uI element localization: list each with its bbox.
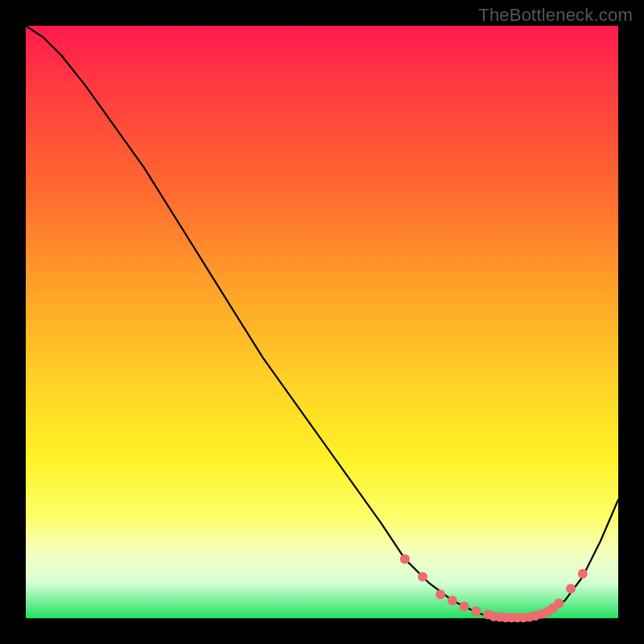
marker-dot xyxy=(400,554,410,564)
marker-dot xyxy=(448,596,457,605)
marker-dot xyxy=(471,606,481,616)
chart-svg xyxy=(26,26,618,618)
marker-dot xyxy=(578,569,588,579)
plot-area xyxy=(26,26,618,618)
curve-line xyxy=(26,26,618,618)
chart-frame: TheBottleneck.com xyxy=(0,0,644,644)
marker-dot xyxy=(460,601,469,611)
marker-dot xyxy=(418,572,427,582)
watermark-text: TheBottleneck.com xyxy=(478,5,633,26)
marker-dot xyxy=(436,590,445,600)
marker-dot xyxy=(566,584,576,593)
marker-group xyxy=(400,554,588,622)
marker-dot xyxy=(554,599,564,609)
